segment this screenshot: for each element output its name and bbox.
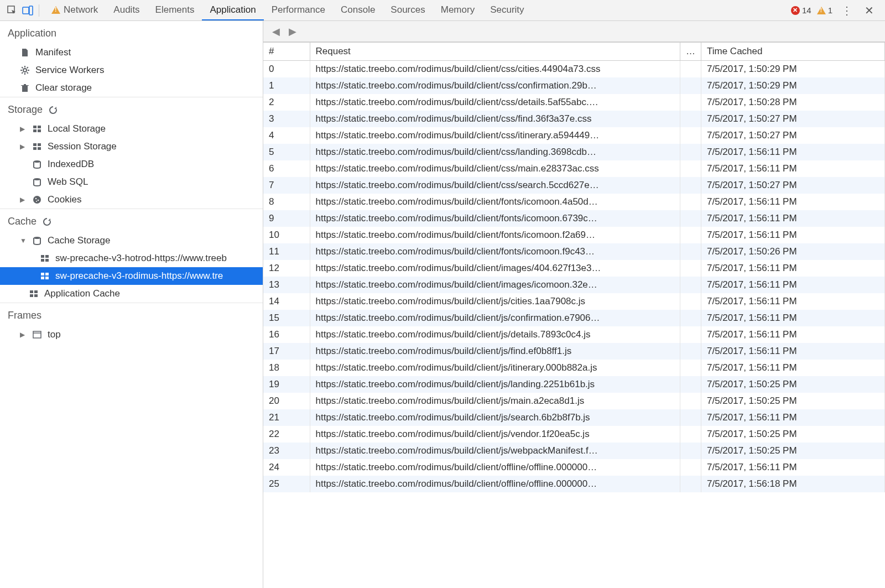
table-row[interactable]: 10https://static.treebo.com/rodimus/buil… <box>263 227 885 243</box>
sidebar-item-clear-storage[interactable]: Clear storage <box>0 79 263 97</box>
more-menu-icon[interactable]: ⋮ <box>838 4 856 17</box>
table-row[interactable]: 2https://static.treebo.com/rodimus/build… <box>263 94 885 111</box>
table-row[interactable]: 16https://static.treebo.com/rodimus/buil… <box>263 326 885 343</box>
gear-icon <box>20 65 30 75</box>
close-devtools-icon[interactable]: ✕ <box>861 4 877 17</box>
tab-memory[interactable]: Memory <box>433 0 482 20</box>
table-row[interactable]: 8https://static.treebo.com/rodimus/build… <box>263 194 885 210</box>
cell-time: 7/5/2017, 1:50:27 PM <box>701 111 885 127</box>
cell-more <box>680 409 701 426</box>
tab-security[interactable]: Security <box>482 0 532 20</box>
refresh-icon[interactable] <box>42 217 52 227</box>
cell-time: 7/5/2017, 1:50:27 PM <box>701 127 885 144</box>
table-row[interactable]: 25https://static.treebo.com/rodimus/buil… <box>263 476 885 492</box>
tab-console[interactable]: Console <box>333 0 383 20</box>
table-row[interactable]: 24https://static.treebo.com/rodimus/buil… <box>263 459 885 476</box>
cell-request: https://static.treebo.com/rodimus/build/… <box>310 210 680 227</box>
device-toggle-icon[interactable] <box>20 3 35 18</box>
cell-time: 7/5/2017, 1:50:26 PM <box>701 243 885 260</box>
table-row[interactable]: 21https://static.treebo.com/rodimus/buil… <box>263 409 885 426</box>
refresh-icon[interactable] <box>48 105 58 115</box>
table-row[interactable]: 23https://static.treebo.com/rodimus/buil… <box>263 443 885 459</box>
error-count-badge[interactable]: ✕ 14 <box>791 6 811 15</box>
cell-more <box>680 426 701 443</box>
table-row[interactable]: 18https://static.treebo.com/rodimus/buil… <box>263 360 885 376</box>
tab-sources[interactable]: Sources <box>383 0 433 20</box>
file-icon <box>20 48 30 58</box>
svg-point-18 <box>34 237 40 239</box>
tab-application[interactable]: Application <box>202 0 263 20</box>
tab-performance[interactable]: Performance <box>264 0 333 20</box>
table-row[interactable]: 1https://static.treebo.com/rodimus/build… <box>263 77 885 94</box>
section-frames: Frames <box>0 303 263 326</box>
table-row[interactable]: 15https://static.treebo.com/rodimus/buil… <box>263 310 885 326</box>
cell-num: 2 <box>263 94 310 111</box>
sidebar-item-websql[interactable]: ▶ Web SQL <box>0 173 263 191</box>
sidebar-item-cookies[interactable]: ▶ Cookies <box>0 191 263 209</box>
svg-rect-31 <box>33 331 41 338</box>
tab-audits[interactable]: Audits <box>106 0 147 20</box>
table-row[interactable]: 11https://static.treebo.com/rodimus/buil… <box>263 243 885 260</box>
cache-entry-hotrod[interactable]: sw-precache-v3-hotrod-https://www.treeb <box>0 249 263 267</box>
cell-more <box>680 310 701 326</box>
table-header-row: # Request … Time Cached <box>263 43 885 61</box>
inspect-element-icon[interactable] <box>4 3 20 18</box>
tab-network[interactable]: Network <box>44 0 106 20</box>
sidebar-item-cache-storage[interactable]: ▼ Cache Storage <box>0 232 263 249</box>
cell-request: https://static.treebo.com/rodimus/build/… <box>310 177 680 194</box>
cell-num: 5 <box>263 144 310 160</box>
table-row[interactable]: 22https://static.treebo.com/rodimus/buil… <box>263 426 885 443</box>
expand-icon[interactable]: ▶ <box>20 125 25 133</box>
tab-elements[interactable]: Elements <box>148 0 202 20</box>
cell-time: 7/5/2017, 1:50:29 PM <box>701 77 885 94</box>
cell-request: https://static.treebo.com/rodimus/build/… <box>310 459 680 476</box>
col-header-more[interactable]: … <box>680 43 701 61</box>
svg-rect-9 <box>38 143 41 146</box>
table-row[interactable]: 4https://static.treebo.com/rodimus/build… <box>263 127 885 144</box>
table-row[interactable]: 9https://static.treebo.com/rodimus/build… <box>263 210 885 227</box>
table-row[interactable]: 19https://static.treebo.com/rodimus/buil… <box>263 376 885 393</box>
cell-more <box>680 177 701 194</box>
table-row[interactable]: 6https://static.treebo.com/rodimus/build… <box>263 160 885 177</box>
sidebar-item-manifest[interactable]: Manifest <box>0 44 263 61</box>
cell-request: https://static.treebo.com/rodimus/build/… <box>310 376 680 393</box>
cell-time: 7/5/2017, 1:50:25 PM <box>701 393 885 409</box>
svg-rect-29 <box>30 294 33 297</box>
table-row[interactable]: 7https://static.treebo.com/rodimus/build… <box>263 177 885 194</box>
col-header-request[interactable]: Request <box>310 43 680 61</box>
sidebar-item-local-storage[interactable]: ▶ Local Storage <box>0 120 263 138</box>
expand-icon[interactable]: ▶ <box>20 143 25 150</box>
table-row[interactable]: 14https://static.treebo.com/rodimus/buil… <box>263 293 885 310</box>
cache-entry-rodimus[interactable]: sw-precache-v3-rodimus-https://www.tre <box>0 267 263 285</box>
sidebar-item-frame-top[interactable]: ▶ top <box>0 326 263 344</box>
expand-icon[interactable]: ▶ <box>20 331 25 339</box>
sidebar-item-session-storage[interactable]: ▶ Session Storage <box>0 138 263 155</box>
sidebar-item-indexeddb[interactable]: ▶ IndexedDB <box>0 155 263 173</box>
cell-request: https://static.treebo.com/rodimus/build/… <box>310 360 680 376</box>
col-header-time[interactable]: Time Cached <box>701 43 885 61</box>
sidebar-item-service-workers[interactable]: Service Workers <box>0 61 263 79</box>
table-row[interactable]: 3https://static.treebo.com/rodimus/build… <box>263 111 885 127</box>
svg-point-12 <box>34 160 40 163</box>
grid-icon <box>40 271 50 281</box>
collapse-icon[interactable]: ▼ <box>20 237 25 244</box>
table-row[interactable]: 13https://static.treebo.com/rodimus/buil… <box>263 277 885 293</box>
cell-more <box>680 260 701 277</box>
table-row[interactable]: 0https://static.treebo.com/rodimus/build… <box>263 61 885 78</box>
svg-point-3 <box>23 69 27 72</box>
sidebar-item-application-cache[interactable]: Application Cache <box>0 285 263 303</box>
table-row[interactable]: 5https://static.treebo.com/rodimus/build… <box>263 144 885 160</box>
svg-rect-28 <box>34 290 38 293</box>
nav-back-icon[interactable]: ◀ <box>272 25 280 38</box>
table-row[interactable]: 12https://static.treebo.com/rodimus/buil… <box>263 260 885 277</box>
table-row[interactable]: 20https://static.treebo.com/rodimus/buil… <box>263 393 885 409</box>
nav-forward-icon[interactable]: ▶ <box>289 25 296 38</box>
col-header-num[interactable]: # <box>263 43 310 61</box>
expand-icon[interactable]: ▶ <box>20 196 25 204</box>
warning-count-badge[interactable]: 1 <box>817 6 832 15</box>
application-sidebar: Application Manifest Service Workers Cle… <box>0 21 263 588</box>
cell-num: 1 <box>263 77 310 94</box>
grid-icon <box>29 289 39 299</box>
svg-point-13 <box>34 178 40 180</box>
table-row[interactable]: 17https://static.treebo.com/rodimus/buil… <box>263 343 885 360</box>
